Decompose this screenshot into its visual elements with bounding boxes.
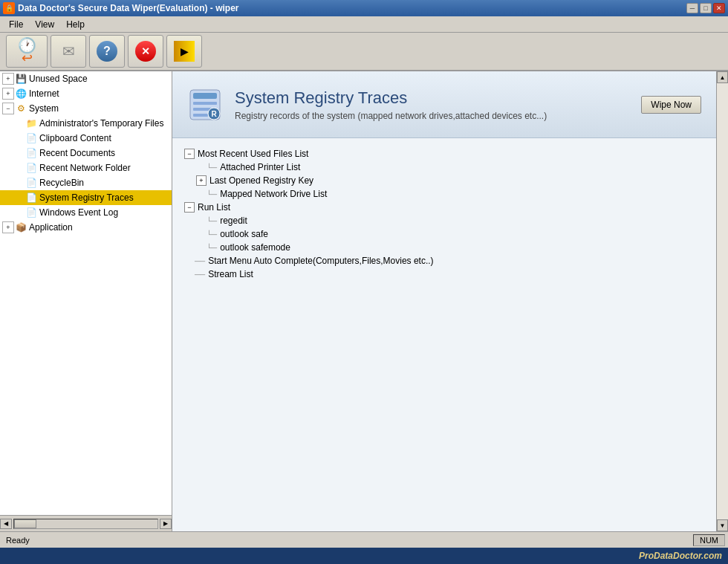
ct-expand-mru[interactable]: −	[184, 149, 195, 159]
content-tree-run-list[interactable]: − Run List	[184, 201, 704, 214]
toolbar: 🕐 ↩ ✉ ? ✕ ▶	[0, 33, 728, 71]
content-header: R System Registry Traces Registry record…	[172, 71, 716, 138]
toolbar-exit-button[interactable]: ▶	[166, 35, 202, 68]
app-icon-sidebar: 📦	[15, 221, 27, 233]
scroll-left-btn[interactable]: ◀	[0, 519, 12, 529]
svg-rect-3	[193, 108, 211, 111]
ct-label-mapped: Mapped Network Drive List	[220, 189, 327, 199]
toolbar-wiper-button[interactable]: 🕐 ↩	[6, 35, 48, 68]
sidebar-scrollbar[interactable]: ◀ ▶	[0, 515, 172, 531]
globe-icon: 🌐	[15, 88, 27, 100]
content-tree-printer[interactable]: └─ Attached Printer List	[196, 161, 704, 174]
sidebar-label-internet: Internet	[29, 88, 59, 99]
expand-application[interactable]: +	[2, 221, 14, 233]
scroll-track[interactable]	[13, 519, 158, 529]
scroll-right-btn[interactable]: ▶	[160, 519, 172, 529]
sidebar-item-internet[interactable]: + 🌐 Internet	[0, 86, 172, 101]
help-icon: ?	[97, 41, 117, 62]
ct-label-start-menu: Start Menu Auto Complete(Computers,Files…	[208, 256, 433, 266]
content-title-area: System Registry Traces Registry records …	[235, 88, 629, 121]
menu-bar: File View Help	[0, 16, 728, 33]
sidebar-item-system[interactable]: − ⚙ System	[0, 101, 172, 116]
sidebar-label-system: System	[29, 103, 59, 114]
expand-unused-space[interactable]: +	[2, 73, 14, 85]
ct-label-mru: Most Recent Used Files List	[198, 149, 308, 159]
sidebar-item-win-event[interactable]: 📄 Windows Event Log	[0, 205, 172, 220]
content-tree-mru[interactable]: − Most Recent Used Files List	[184, 147, 704, 161]
letter-icon: ✉	[62, 42, 75, 60]
recyclebin-icon: 📄	[25, 177, 37, 189]
brand-text: ProDataDoctor.com	[639, 551, 722, 561]
sidebar-label-application: Application	[29, 222, 73, 233]
v-scroll-up[interactable]: ▲	[717, 71, 728, 83]
sidebar-item-admin-temp[interactable]: 📁 Administrator's Temporary Files	[0, 116, 172, 131]
brand-bar: ProDataDoctor.com	[0, 548, 728, 564]
svg-rect-2	[193, 102, 217, 105]
ct-label-regedit: regedit	[220, 215, 247, 226]
svg-rect-1	[193, 93, 217, 99]
svg-rect-4	[193, 114, 208, 117]
v-scroll-track[interactable]	[717, 83, 728, 519]
ct-label-stream-list: Stream List	[208, 269, 253, 279]
content-tree-regedit[interactable]: └─ regedit	[196, 214, 704, 227]
menu-file[interactable]: File	[3, 18, 29, 31]
sidebar-item-recent-network[interactable]: 📄 Recent Network Folder	[0, 161, 172, 175]
ct-label-outlook-safe: outlook safe	[220, 229, 268, 239]
window-title: Data Doctor's Secure Data Wiper(Evaluati…	[18, 3, 238, 13]
content-tree-outlook-safemode[interactable]: └─ outlook safemode	[196, 241, 704, 254]
ct-label-printer: Attached Printer List	[220, 162, 300, 172]
folder-icon-admin: 📁	[25, 117, 37, 129]
ct-expand-last-opened[interactable]: +	[196, 175, 207, 186]
wipe-now-button[interactable]: Wipe Now	[641, 96, 701, 114]
title-bar: 🔒 Data Doctor's Secure Data Wiper(Evalua…	[0, 0, 728, 16]
content-tree-stream-list[interactable]: ── Stream List	[184, 268, 704, 281]
sidebar-item-application[interactable]: + 📦 Application	[0, 220, 172, 235]
sidebar-label-sys-registry: System Registry Traces	[39, 192, 134, 203]
hdd-icon: 💾	[15, 73, 27, 85]
sidebar-label-recent-network: Recent Network Folder	[39, 163, 131, 173]
ct-label-last-opened: Last Opened Registry Key	[209, 175, 313, 186]
sidebar-label-win-event: Windows Event Log	[39, 207, 118, 218]
doc-icon-clipboard: 📄	[25, 132, 37, 144]
content-tree-start-menu[interactable]: ── Start Menu Auto Complete(Computers,Fi…	[184, 254, 704, 268]
main-layout: + 💾 Unused Space + 🌐 Internet − ⚙ System	[0, 71, 728, 531]
sidebar-item-recyclebin[interactable]: 📄 RecycleBin	[0, 175, 172, 190]
sidebar-label-unused-space: Unused Space	[29, 74, 88, 84]
ct-expand-run-list[interactable]: −	[184, 202, 195, 213]
sidebar-item-recent-docs[interactable]: 📄 Recent Documents	[0, 146, 172, 161]
content-title: System Registry Traces	[235, 88, 629, 108]
vertical-scrollbar[interactable]: ▲ ▼	[716, 71, 728, 531]
expand-internet[interactable]: +	[2, 88, 14, 100]
doc-icon-network: 📄	[25, 162, 37, 174]
num-indicator: NUM	[693, 534, 725, 546]
content-tree-mapped[interactable]: └─ Mapped Network Drive List	[196, 187, 704, 201]
event-icon: 📄	[25, 207, 37, 218]
system-icon: ⚙	[15, 103, 27, 114]
close-button[interactable]: ✕	[713, 3, 725, 13]
menu-help[interactable]: Help	[60, 18, 91, 31]
sidebar-item-clipboard[interactable]: 📄 Clipboard Content	[0, 131, 172, 146]
content-tree-last-opened[interactable]: + Last Opened Registry Key	[196, 174, 704, 187]
v-scroll-down[interactable]: ▼	[717, 519, 728, 531]
sidebar-label-recent-docs: Recent Documents	[39, 148, 115, 158]
toolbar-clock-button[interactable]: ✉	[51, 35, 86, 68]
minimize-button[interactable]: ─	[686, 3, 698, 13]
scroll-thumb[interactable]	[14, 519, 36, 528]
toolbar-stop-button[interactable]: ✕	[128, 35, 163, 68]
toolbar-help-button[interactable]: ?	[89, 35, 125, 68]
content-tree-outlook-safe[interactable]: └─ outlook safe	[196, 227, 704, 241]
content-main-icon: R	[187, 87, 223, 123]
svg-text:R: R	[211, 110, 217, 118]
exit-icon: ▶	[174, 41, 195, 62]
content-area: R System Registry Traces Registry record…	[172, 71, 716, 531]
expand-system[interactable]: −	[2, 103, 14, 114]
doc-icon-recent: 📄	[25, 147, 37, 159]
sidebar-item-unused-space[interactable]: + 💾 Unused Space	[0, 71, 172, 86]
status-text: Ready	[3, 536, 693, 545]
status-bar: Ready NUM	[0, 531, 728, 548]
ct-label-outlook-safemode: outlook safemode	[220, 242, 290, 253]
sidebar-item-sys-registry[interactable]: 📄 System Registry Traces	[0, 190, 172, 205]
menu-view[interactable]: View	[29, 18, 60, 31]
restore-button[interactable]: □	[700, 3, 712, 13]
ct-label-run-list: Run List	[198, 202, 230, 213]
